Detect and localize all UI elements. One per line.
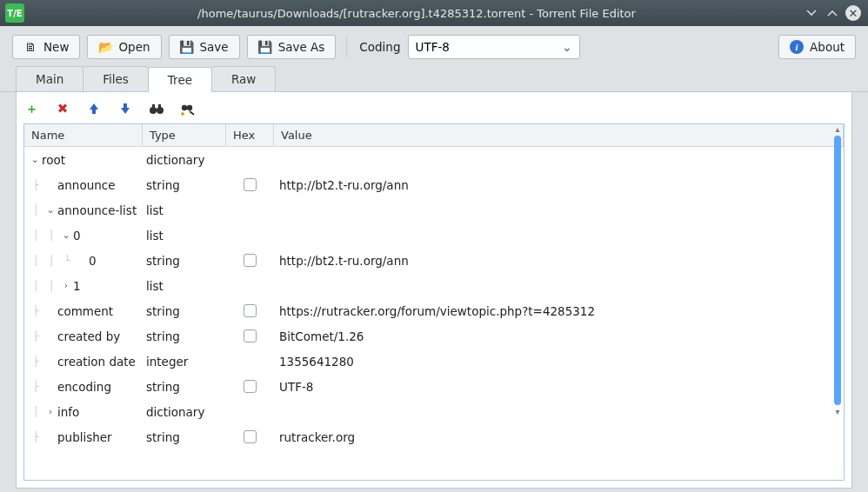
move-down-button[interactable] [117,101,133,116]
node-type: string [143,329,226,343]
hex-cell [226,178,274,191]
save-icon: 💾 [258,40,272,54]
table-row[interactable]: ├creation dateinteger1355641280 [24,349,844,374]
folder-open-icon: 📂 [98,40,112,54]
open-button[interactable]: 📂Open [87,35,161,59]
save-button[interactable]: 💾Save [169,35,240,59]
add-button[interactable]: ＋ [23,101,39,116]
hex-checkbox[interactable] [244,329,257,342]
tab-raw[interactable]: Raw [212,66,276,91]
toolbar-separator [346,36,347,58]
table-row[interactable]: ⌄rootdictionary [24,147,844,172]
node-name: info [57,405,79,419]
node-name: 1 [73,279,81,293]
node-value[interactable]: rutracker.org [274,430,844,444]
node-value[interactable]: https://rutracker.org/forum/viewtopic.ph… [274,304,844,318]
tab-files[interactable]: Files [83,66,149,91]
scroll-down-icon[interactable]: ▾ [835,407,839,416]
node-type: dictionary [143,405,226,419]
tree-branch-icon: ├ [28,356,43,367]
app-icon: T/E [5,3,24,23]
tree-branch-icon: │ [43,229,59,241]
node-type: string [143,178,226,192]
svg-rect-4 [158,104,161,109]
node-type: dictionary [143,153,226,167]
header-name[interactable]: Name [24,124,143,146]
tree-table: Name Type Hex Value ⌄rootdictionary├anno… [23,123,845,481]
hex-checkbox[interactable] [244,430,257,443]
find-button[interactable] [149,101,164,116]
table-row[interactable]: ││⌄0list [24,223,844,248]
tab-main[interactable]: Main [16,66,83,91]
hex-checkbox[interactable] [244,254,257,267]
hex-checkbox[interactable] [244,304,257,317]
tree-branch-icon: ├ [28,305,43,316]
table-row[interactable]: │⌄announce-listlist [24,197,844,223]
tab-bar: Main Files Tree Raw [0,66,868,92]
table-row[interactable]: ├announcestringhttp://bt2.t-ru.org/ann [24,172,844,197]
scroll-up-icon[interactable]: ▴ [835,124,839,134]
svg-point-5 [182,105,187,110]
table-row[interactable]: ├commentstringhttps://rutracker.org/foru… [24,298,844,323]
vertical-scrollbar[interactable]: ▴ ▾ [833,124,842,480]
header-hex[interactable]: Hex [226,124,274,146]
tree-branch-icon: ├ [28,330,43,342]
hex-checkbox[interactable] [244,380,257,393]
coding-label: Coding [359,40,400,54]
header-value[interactable]: Value [274,124,844,146]
node-name: created by [57,329,120,343]
node-type: list [143,229,226,243]
new-button[interactable]: 🗎New [12,35,80,59]
about-button[interactable]: iAbout [778,35,856,59]
node-value[interactable]: BitComet/1.26 [274,329,844,343]
saveas-button[interactable]: 💾Save As [247,35,337,59]
tree-branch-icon: └ [59,255,75,266]
titlebar: T/E /home/taurus/Downloads/[rutracker.or… [0,0,868,26]
close-button[interactable]: ✕ [845,5,861,21]
tree-branch-icon: │ [28,229,43,241]
expand-down-icon[interactable]: ⌄ [43,204,57,216]
expand-down-icon[interactable]: ⌄ [59,229,73,241]
tab-tree[interactable]: Tree [149,67,212,92]
tree-branch-icon: │ [28,280,43,291]
hex-checkbox[interactable] [244,178,257,191]
file-icon: 🗎 [23,40,37,54]
minimize-button[interactable] [804,5,819,21]
table-body: ⌄rootdictionary├announcestringhttp://bt2… [24,147,844,480]
move-up-button[interactable] [86,101,102,116]
header-type[interactable]: Type [143,124,226,146]
hex-cell [226,304,274,317]
expand-down-icon[interactable]: ⌄ [28,154,42,165]
tree-branch-icon: ├ [28,179,43,190]
node-value[interactable]: http://bt2.t-ru.org/ann [274,254,844,268]
replace-button[interactable] [180,101,196,116]
node-value[interactable]: http://bt2.t-ru.org/ann [274,178,844,192]
node-value[interactable]: UTF-8 [274,380,844,394]
table-row[interactable]: ││›1list [24,273,844,298]
delete-button[interactable]: ✖ [55,101,70,116]
table-row[interactable]: ││└0stringhttp://bt2.t-ru.org/ann [24,248,844,273]
scrollbar-thumb[interactable] [834,136,841,405]
node-type: list [143,203,226,217]
table-row[interactable]: ├created bystringBitComet/1.26 [24,323,844,349]
main-toolbar: 🗎New 📂Open 💾Save 💾Save As Coding UTF-8 ⌄… [0,26,868,66]
tree-branch-icon: │ [28,255,43,266]
node-name: publisher [57,430,112,444]
expand-right-icon[interactable]: › [43,406,57,417]
node-type: string [143,304,226,318]
node-name: 0 [73,229,81,243]
tree-branch-icon: ├ [28,381,43,392]
coding-value: UTF-8 [416,40,450,54]
table-row[interactable]: ├publisherstringrutracker.org [24,424,844,449]
coding-select[interactable]: UTF-8 ⌄ [408,35,580,59]
svg-rect-3 [152,104,155,109]
node-type: integer [143,355,226,369]
maximize-button[interactable] [825,5,840,21]
table-row[interactable]: │›infodictionary [24,399,844,424]
expand-right-icon[interactable]: › [59,280,73,291]
node-value[interactable]: 1355641280 [274,355,844,369]
node-type: string [143,430,226,444]
tree-branch-icon: ├ [28,431,43,442]
hex-cell [226,254,274,267]
table-row[interactable]: ├encodingstringUTF-8 [24,374,844,399]
